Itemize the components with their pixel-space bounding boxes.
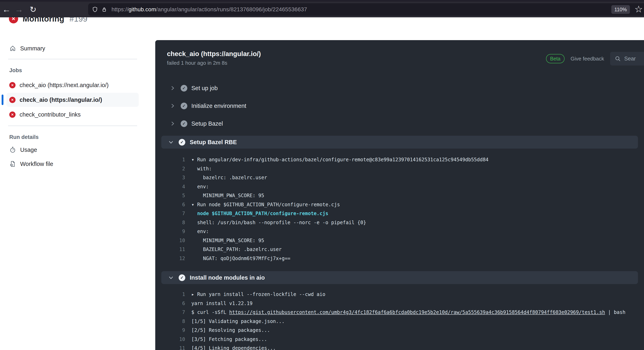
line-text: NGAT: qoDjQodnm6t97MfFcj7x+g== — [191, 256, 290, 261]
chevron-down-icon[interactable] — [168, 139, 174, 145]
sidebar-item-usage[interactable]: Usage — [6, 143, 139, 157]
log-line: 2 with: — [155, 164, 644, 174]
log-line: 10 MINIMUM_PWA_SCORE: 95 — [155, 236, 644, 245]
line-text: with: — [191, 166, 212, 172]
line-number[interactable]: 8 — [155, 220, 185, 226]
line-text: MINIMUM_PWA_SCORE: 95 — [191, 238, 264, 243]
chevron-right-icon[interactable] — [170, 121, 176, 126]
log-line: 8 [1/5] Validating package.json... — [155, 317, 644, 326]
line-number[interactable]: 9 — [155, 328, 185, 333]
job-log-panel: check_aio (https://angular.io/) failed 1… — [155, 40, 644, 350]
log-header-controls: Beta Give feedback Sear — [546, 53, 644, 64]
line-number[interactable]: 10 — [155, 238, 185, 243]
log-search-input[interactable]: Sear — [610, 52, 644, 66]
line-number[interactable]: 1 — [155, 157, 185, 162]
x-icon: ✕ — [11, 113, 14, 116]
step-success-icon: ✓ — [181, 120, 187, 127]
sidebar-job-item[interactable]: ✕ check_contributor_links — [6, 108, 139, 122]
log-section-header[interactable]: ✓ Setup Bazel RBE — [161, 136, 638, 148]
run-details-section-header: Run details — [9, 134, 139, 140]
lock-icon[interactable] — [101, 6, 108, 13]
line-text: ▸ Run yarn install --frozen-lockfile --c… — [191, 292, 326, 297]
line-number[interactable]: 11 — [155, 246, 185, 252]
sidebar-job-item[interactable]: ✕ check_aio (https://angular.io/) — [6, 93, 139, 107]
log-line: 1 ▸ Run yarn install --frozen-lockfile -… — [155, 290, 644, 299]
log-sections: ✓ Setup Bazel RBE 1 ▾ Run angular/dev-in… — [155, 136, 644, 350]
log-line: 11 BAZELRC_PATH: .bazelrc.user — [155, 245, 644, 254]
job-label: check_aio (https://angular.io/) — [20, 96, 102, 103]
zoom-level-badge[interactable]: 110% — [611, 5, 630, 14]
line-number[interactable]: 2 — [155, 166, 185, 172]
bookmark-star-icon[interactable]: ☆ — [634, 4, 643, 14]
line-number[interactable]: 4 — [155, 184, 185, 190]
give-feedback-link[interactable]: Give feedback — [570, 56, 604, 62]
sidebar-item-workflow-file[interactable]: Workflow file — [6, 157, 139, 171]
log-step-row[interactable]: ✓ Initialize environment — [155, 97, 644, 115]
line-text: yarn install v1.22.19 — [191, 300, 252, 306]
line-number[interactable]: 11 — [155, 345, 185, 350]
line-number[interactable]: 5 — [155, 193, 185, 198]
line-text-segment: | bash — [605, 310, 626, 315]
log-line: 6 yarn install v1.22.19 — [155, 299, 644, 308]
search-placeholder: Sear — [624, 56, 636, 62]
log-line: 9 env: — [155, 227, 644, 236]
window-top-strip — [0, 0, 644, 2]
home-icon — [9, 45, 16, 52]
log-line: 7 node $GITHUB_ACTION_PATH/configure-rem… — [155, 209, 644, 218]
log-line: 5 MINIMUM_PWA_SCORE: 95 — [155, 191, 644, 200]
log-line: 7 $ curl -sSfL https://gist.githubuserco… — [155, 308, 644, 317]
url-text[interactable]: https://github.com/angular/angular/actio… — [112, 6, 307, 13]
beta-badge: Beta — [546, 54, 564, 63]
line-text: [1/5] Validating package.json... — [191, 318, 284, 324]
x-icon: ✕ — [11, 98, 14, 102]
line-text: ▾ Run node $GITHUB_ACTION_PATH/configure… — [191, 202, 340, 208]
step-label: Setup Bazel — [191, 120, 223, 127]
section-title: Install node modules in aio — [190, 274, 265, 281]
step-success-icon: ✓ — [181, 102, 187, 109]
log-section: ✓ Setup Bazel RBE 1 ▾ Run angular/dev-in… — [155, 136, 644, 263]
sidebar-job-item[interactable]: ✕ check_aio (https://next.angular.io/) — [6, 78, 139, 92]
line-text-segment: $ curl -sSfL — [191, 310, 229, 315]
line-number[interactable]: 6 — [155, 202, 185, 208]
log-link[interactable]: https://gist.githubusercontent.com/umbr4… — [229, 310, 605, 315]
line-number[interactable]: 9 — [155, 229, 185, 234]
line-text: MINIMUM_PWA_SCORE: 95 — [191, 193, 264, 198]
chevron-right-icon[interactable] — [170, 103, 176, 109]
line-number[interactable]: 3 — [155, 175, 185, 180]
log-header: check_aio (https://angular.io/) failed 1… — [155, 40, 644, 66]
url-domain: github.com — [128, 6, 156, 12]
shield-icon[interactable] — [92, 6, 98, 13]
section-log-lines: 1 ▸ Run yarn install --frozen-lockfile -… — [155, 290, 644, 350]
line-text: env: — [191, 229, 209, 234]
job-failed-icon: ✕ — [9, 97, 16, 103]
log-step-row[interactable]: ✓ Setup Bazel — [155, 115, 644, 132]
line-number[interactable]: 8 — [155, 318, 185, 324]
sidebar-item-summary[interactable]: Summary — [6, 42, 139, 55]
back-arrow-icon[interactable]: ← — [1, 2, 12, 17]
forward-arrow-icon[interactable]: → — [13, 2, 24, 17]
run-details-list: Usage Workflow file — [6, 143, 139, 171]
step-success-icon: ✓ — [181, 85, 187, 92]
address-bar[interactable]: https://github.com/angular/angular/actio… — [88, 3, 644, 16]
line-text: env: — [191, 184, 209, 190]
log-line: 11 [4/5] Linking dependencies... — [155, 344, 644, 350]
usage-label: Usage — [20, 146, 37, 153]
line-number[interactable]: 12 — [155, 256, 185, 261]
job-failed-icon: ✕ — [9, 82, 16, 88]
log-section-header[interactable]: ✓ Install node modules in aio — [161, 271, 638, 284]
line-number[interactable]: 7 — [155, 211, 185, 216]
line-number[interactable]: 6 — [155, 300, 185, 306]
log-step-row[interactable]: ✓ Set up job — [155, 79, 644, 97]
reload-icon[interactable]: ↻ — [28, 2, 39, 17]
browser-toolbar: ← → ↻ https://github.com/angular/angular… — [0, 0, 644, 17]
chevron-down-icon[interactable] — [168, 275, 174, 280]
line-text: bazelrc: .bazelrc.user — [191, 175, 267, 180]
search-icon — [614, 56, 621, 62]
line-number[interactable]: 10 — [155, 336, 185, 342]
x-icon: ✕ — [11, 83, 14, 87]
sidebar-divider — [8, 126, 137, 126]
chevron-right-icon[interactable] — [170, 85, 176, 91]
line-number[interactable]: 1 — [155, 292, 185, 297]
code-file-icon — [9, 160, 16, 167]
line-number[interactable]: 7 — [155, 310, 185, 315]
